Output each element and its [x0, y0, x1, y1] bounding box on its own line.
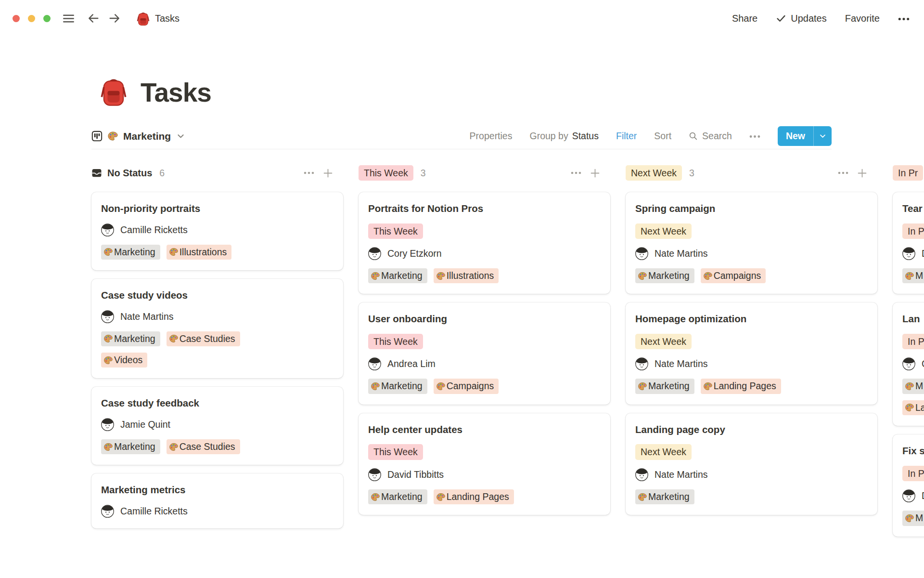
search-icon: [689, 131, 698, 141]
tags-row: Marketing Illustrations: [368, 268, 601, 283]
chevron-down-icon: [177, 132, 185, 140]
tags-row: M: [902, 511, 924, 525]
tag: Marketing: [368, 268, 427, 283]
sidebar-menu-icon[interactable]: [62, 12, 75, 25]
task-card[interactable]: User onboarding This Week Andrea Lim Mar…: [359, 302, 610, 404]
column-count: 3: [421, 168, 426, 179]
filter-button[interactable]: Filter: [616, 131, 637, 142]
person-name: Nate Martins: [120, 311, 174, 322]
person-name: Nate Martins: [654, 469, 708, 480]
tag: Campaigns: [434, 379, 499, 394]
column-more-icon[interactable]: [304, 171, 314, 174]
task-card[interactable]: Portraits for Notion Pros This Week Cory…: [359, 192, 610, 294]
task-card[interactable]: Landing page copy Next Week Nate Martins…: [626, 413, 877, 515]
share-button[interactable]: Share: [732, 13, 757, 24]
column-add-icon[interactable]: [590, 169, 600, 178]
breadcrumb[interactable]: Tasks: [137, 11, 180, 26]
column-more-icon[interactable]: [838, 171, 848, 174]
page-title[interactable]: Tasks: [141, 78, 211, 107]
zoom-window-button[interactable]: [43, 15, 51, 22]
status-row: Next Week: [635, 334, 868, 349]
window-titlebar: Tasks Share Updates Favorite: [0, 0, 924, 37]
column-in-progress: In Pr Tear In P D M Lan In P C M: [893, 164, 924, 545]
column-add-icon[interactable]: [858, 169, 867, 178]
tag: Marketing: [635, 489, 694, 504]
board-view-icon: [91, 131, 103, 142]
tag: La: [902, 400, 924, 415]
view-more-options-icon[interactable]: [749, 131, 760, 142]
task-card[interactable]: Homepage optimization Next Week Nate Mar…: [626, 302, 877, 404]
tags-row: Marketing Case Studies: [101, 439, 334, 454]
page-backpack-icon[interactable]: [100, 76, 127, 107]
tags-row: M: [902, 379, 924, 394]
palette-icon: [638, 381, 647, 391]
column-more-icon[interactable]: [571, 171, 581, 174]
status-pill: Next Week: [635, 444, 692, 460]
status-pill: In P: [902, 334, 924, 349]
palette-icon: [169, 334, 179, 343]
tag: Marketing: [635, 268, 694, 283]
tags-row: Marketing Illustrations: [101, 245, 334, 260]
palette-icon: [169, 247, 179, 257]
task-card[interactable]: Lan In P C M La: [893, 302, 924, 426]
person-row: Nate Martins: [635, 468, 868, 481]
person-row: D: [902, 489, 924, 502]
task-card[interactable]: Spring campaign Next Week Nate Martins M…: [626, 192, 877, 294]
card-title: Case study feedback: [101, 396, 334, 410]
palette-icon: [371, 492, 380, 502]
tags-row: Marketing Landing Pages: [635, 379, 868, 394]
group-by-button[interactable]: Group by Status: [529, 131, 599, 142]
column-title[interactable]: No Status: [91, 168, 152, 179]
person-row: Camille Ricketts: [101, 223, 334, 236]
close-window-button[interactable]: [13, 15, 20, 22]
view-toolbar: Marketing Properties Group by Status Fil…: [91, 123, 832, 149]
card-title: Help center updates: [368, 423, 601, 436]
view-selector[interactable]: Marketing: [91, 131, 185, 142]
updates-button[interactable]: Updates: [776, 13, 827, 24]
tags-row: Marketing: [635, 489, 868, 504]
person-name: D: [922, 490, 924, 501]
search-button[interactable]: Search: [689, 131, 732, 142]
card-title: Tear: [902, 202, 924, 215]
forward-arrow-icon[interactable]: [108, 12, 121, 25]
card-title: Portraits for Notion Pros: [368, 202, 601, 215]
tag: Case Studies: [167, 331, 240, 346]
back-arrow-icon[interactable]: [87, 12, 100, 25]
task-card[interactable]: Case study feedback Jamie Quint Marketin…: [91, 387, 343, 465]
new-button[interactable]: New: [778, 126, 813, 146]
minimize-window-button[interactable]: [28, 15, 35, 22]
avatar: [902, 247, 915, 260]
avatar: [902, 489, 915, 502]
palette-icon: [169, 442, 179, 452]
card-title: Fix s: [902, 444, 924, 458]
person-name: Nate Martins: [654, 358, 708, 369]
new-button-chevron[interactable]: [813, 126, 832, 146]
task-card[interactable]: Marketing metrics Camille Ricketts: [91, 473, 343, 528]
column-status-pill[interactable]: This Week: [359, 165, 413, 181]
avatar: [902, 357, 915, 370]
tag: Marketing: [368, 379, 427, 394]
status-pill: Next Week: [635, 223, 692, 239]
task-card[interactable]: Case study videos Nate Martins Marketing…: [91, 279, 343, 378]
task-card[interactable]: Non-priority portraits Camille Ricketts …: [91, 192, 343, 270]
task-card[interactable]: Tear In P D M: [893, 192, 924, 294]
column-status-pill[interactable]: In Pr: [893, 165, 923, 181]
breadcrumb-title: Tasks: [155, 13, 180, 24]
sort-button[interactable]: Sort: [654, 131, 671, 142]
more-options-icon[interactable]: [898, 13, 910, 24]
card-title: Lan: [902, 312, 924, 326]
column-add-icon[interactable]: [323, 169, 333, 178]
tag: Illustrations: [434, 268, 499, 283]
properties-button[interactable]: Properties: [470, 131, 513, 142]
person-name: Cory Etzkorn: [387, 248, 442, 259]
column-status-pill[interactable]: Next Week: [626, 165, 682, 181]
avatar: [101, 505, 114, 518]
avatar: [368, 247, 381, 260]
task-card[interactable]: Help center updates This Week David Tibb…: [359, 413, 610, 515]
task-card[interactable]: Fix s In P D M: [893, 434, 924, 536]
tag: Illustrations: [167, 245, 232, 260]
column-count: 6: [159, 168, 165, 179]
favorite-button[interactable]: Favorite: [845, 13, 880, 24]
traffic-lights: [13, 15, 51, 22]
palette-icon: [107, 131, 118, 142]
